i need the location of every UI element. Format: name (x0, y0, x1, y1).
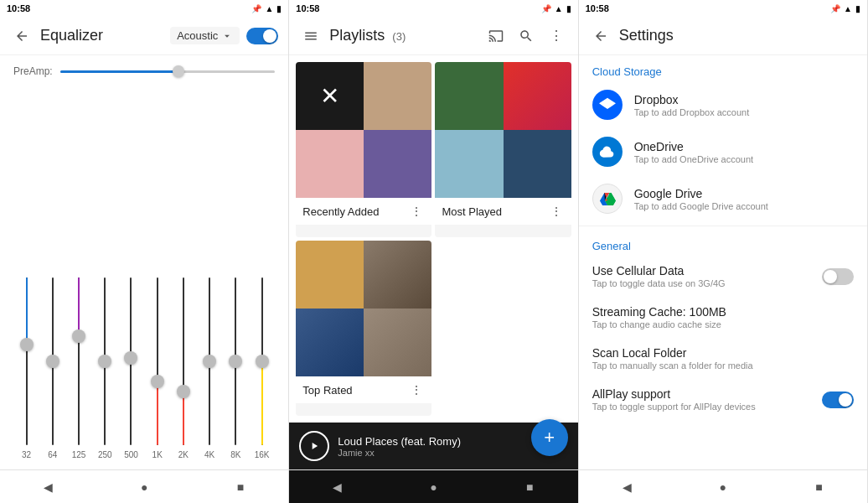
preamp-thumb (173, 65, 184, 77)
now-playing-info: Loud Places (feat. Romy) Jamie xx (338, 435, 535, 458)
gdrive-text: Google Drive Tap to add Google Drive acc… (634, 187, 854, 211)
album-thumb-mp3 (435, 130, 503, 198)
onedrive-icon-circle (592, 137, 623, 167)
eq-thumb-8k[interactable] (229, 355, 242, 368)
streaming-cache-text: Streaming Cache: 100MB Tap to change aud… (592, 305, 854, 329)
onedrive-text: OneDrive Tap to add OneDrive account (634, 140, 854, 164)
pl-time: 10:58 (296, 3, 319, 13)
eq-slider-250[interactable] (96, 277, 113, 445)
pl-more-button[interactable]: ⋮ (545, 24, 568, 48)
playlist-most-played[interactable]: Most Played ⋮ (435, 62, 571, 237)
eq-preset-selector[interactable]: Acoustic (170, 27, 240, 44)
eq-thumb-500[interactable] (124, 351, 137, 365)
eq-back-button[interactable] (10, 24, 34, 48)
pl-search-button[interactable] (514, 24, 538, 48)
cellular-data-item[interactable]: Use Cellular Data Tap to toggle data use… (579, 256, 867, 297)
st-nav-home[interactable]: ● (710, 474, 736, 500)
eq-content: PreAmp: 32 (0, 55, 288, 469)
cellular-toggle[interactable] (822, 268, 854, 285)
cellular-text: Use Cellular Data Tap to toggle data use… (592, 264, 810, 288)
play-pause-button[interactable] (299, 431, 329, 461)
pl-cast-button[interactable] (484, 24, 508, 48)
eq-nav-bar: ◀ ● ■ (0, 469, 288, 503)
st-title: Settings (619, 27, 857, 44)
track-title: Loud Places (feat. Romy) (338, 435, 535, 448)
eq-slider-2k[interactable] (175, 277, 192, 445)
streaming-cache-item[interactable]: Streaming Cache: 100MB Tap to change aud… (579, 297, 867, 338)
playlist-recently-added[interactable]: ✕ Recently Added ⋮ (296, 62, 431, 237)
eq-slider-4k[interactable] (201, 277, 218, 445)
eq-thumb-250[interactable] (98, 355, 111, 368)
allplay-text: AllPlay support Tap to toggle support fo… (592, 387, 810, 412)
eq-slider-64[interactable] (44, 277, 61, 445)
eq-nav-square[interactable]: ■ (227, 474, 254, 500)
gdrive-icon-circle (592, 184, 623, 214)
dropbox-item[interactable]: Dropbox Tap to add Dropbox account (579, 81, 867, 128)
st-back-button[interactable] (589, 24, 612, 48)
top-rated-more[interactable]: ⋮ (408, 381, 425, 398)
eq-nav-home[interactable]: ● (131, 474, 158, 500)
eq-battery-icon: ▮ (276, 4, 282, 13)
pl-status-icons: 📌 ▲ ▮ (541, 4, 571, 13)
recently-added-more[interactable]: ⋮ (408, 203, 425, 220)
preamp-slider[interactable] (60, 70, 275, 73)
pl-menu-button[interactable] (299, 24, 323, 48)
st-nav-square[interactable]: ■ (806, 474, 833, 500)
eq-freq-4k: 4K (204, 450, 214, 459)
eq-slider-8k[interactable] (227, 277, 244, 445)
playlist-top-rated[interactable]: Top Rated ⋮ (296, 241, 431, 416)
eq-thumb-2k[interactable] (177, 385, 190, 398)
eq-fill-bot-2k (183, 395, 184, 445)
scan-local-item[interactable]: Scan Local Folder Tap to manually scan a… (579, 338, 867, 379)
pl-title-text: Playlists (329, 27, 385, 44)
eq-slider-1k[interactable] (149, 277, 166, 445)
eq-freq-8k: 8K (230, 450, 240, 459)
eq-thumb-1k[interactable] (151, 375, 164, 388)
eq-slider-125[interactable] (70, 277, 87, 445)
pl-nav-home[interactable]: ● (420, 474, 447, 500)
eq-freq-125: 125 (72, 450, 86, 459)
eq-fill-top-32 (26, 277, 28, 345)
onedrive-title: OneDrive (634, 140, 854, 153)
most-played-more[interactable]: ⋮ (548, 203, 565, 220)
gdrive-item[interactable]: Google Drive Tap to add Google Drive acc… (579, 175, 867, 222)
eq-band-32: 32 (18, 277, 35, 459)
eq-slider-16k[interactable] (254, 277, 271, 445)
pl-nav-square[interactable]: ■ (516, 474, 543, 500)
pl-nav-back[interactable]: ◀ (324, 474, 351, 500)
allplay-title: AllPlay support (592, 387, 810, 401)
eq-slider-32[interactable] (18, 277, 35, 445)
settings-content: Cloud Storage Dropbox Tap to add Dropbox… (579, 55, 867, 469)
eq-toggle[interactable] (246, 28, 278, 44)
equalizer-panel: 10:58 📌 ▲ ▮ Equalizer Acoustic PreAmp: (0, 0, 289, 503)
eq-status-bar: 10:58 📌 ▲ ▮ (0, 0, 288, 17)
eq-bands: 32 64 125 (13, 91, 275, 459)
st-nav-back[interactable]: ◀ (613, 474, 640, 500)
eq-band-64: 64 (44, 277, 61, 459)
streaming-cache-title: Streaming Cache: 100MB (592, 305, 854, 319)
eq-thumb-32[interactable] (20, 338, 34, 351)
eq-fill-bot-1k (157, 381, 158, 445)
eq-band-250: 250 (96, 277, 113, 459)
add-playlist-fab[interactable]: + (531, 419, 568, 456)
eq-fill-bot-16k (261, 361, 263, 445)
onedrive-subtitle: Tap to add OneDrive account (634, 154, 854, 164)
allplay-item[interactable]: AllPlay support Tap to toggle support fo… (579, 379, 867, 420)
album-thumb-ra3 (296, 130, 364, 198)
eq-time: 10:58 (7, 3, 30, 13)
eq-thumb-16k[interactable] (256, 355, 269, 368)
eq-slider-500[interactable] (122, 277, 139, 445)
eq-nav-back[interactable]: ◀ (34, 474, 61, 500)
onedrive-item[interactable]: OneDrive Tap to add OneDrive account (579, 128, 867, 175)
album-thumb-tr1 (296, 241, 364, 309)
eq-thumb-64[interactable] (46, 355, 59, 368)
album-thumb-ra1: ✕ (296, 62, 364, 130)
eq-wifi-icon: ▲ (265, 4, 273, 13)
album-thumb-mp4 (504, 130, 571, 198)
allplay-toggle[interactable] (822, 392, 854, 408)
eq-thumb-4k[interactable] (203, 355, 216, 368)
top-rated-footer: Top Rated ⋮ (296, 376, 431, 403)
dropbox-text: Dropbox Tap to add Dropbox account (634, 93, 854, 117)
eq-freq-64: 64 (48, 450, 57, 459)
eq-thumb-125[interactable] (72, 329, 85, 343)
